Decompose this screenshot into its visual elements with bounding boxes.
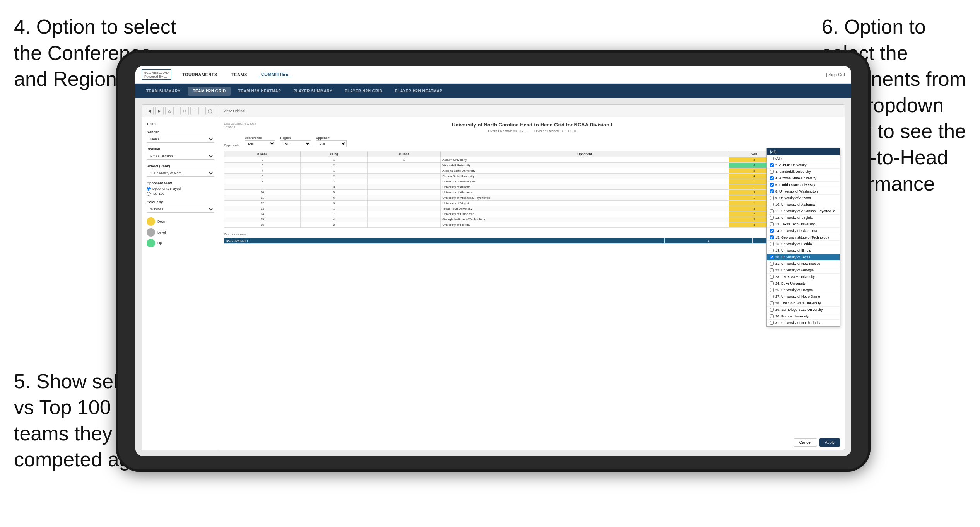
sidebar-gender-label: Gender [147,130,214,134]
nav-signout[interactable]: | Sign Out [826,72,845,77]
table-row: 105University of Alabama30 [224,190,840,195]
legend-down-dot [147,217,155,226]
dropdown-item[interactable]: 30. Purdue University [767,313,840,320]
dropdown-item[interactable]: 24. Duke University [767,280,840,287]
sub-nav-player-summary[interactable]: PLAYER SUMMARY [289,87,337,96]
filter-opponent-select[interactable]: (All) [316,140,347,147]
dropdown-item[interactable]: 11. University of Arkansas, Fayetteville [767,208,840,215]
dropdown-item[interactable]: 2. Auburn University [767,162,840,169]
dropdown-item[interactable]: 3. Vanderbilt University [767,169,840,175]
tablet-screen: 5COREBOARD Powered By ... TOURNAMENTS TE… [135,66,851,456]
dropdown-item[interactable]: 22. University of Georgia [767,267,840,274]
tablet-shell: 5COREBOARD Powered By ... TOURNAMENTS TE… [116,50,871,472]
dropdown-item[interactable]: 21. University of New Mexico [767,261,840,267]
cancel-button[interactable]: Cancel [794,438,817,447]
sidebar-colour-select[interactable]: Win/loss [147,206,214,213]
last-updated: Last Updated: 4/1/2024 16:55:38 [224,122,256,129]
dropdown-item[interactable]: 20. University of Texas [767,254,840,261]
radio-opponents-played[interactable]: Opponents Played [147,187,214,191]
data-table: # Rank # Reg # Conf Opponent Win Loss 21… [224,151,840,228]
dropdown-item[interactable]: 4. Arizona State University [767,175,840,182]
opponents-label: Opponents: [224,143,240,147]
nav-committee[interactable]: COMMITTEE [258,72,292,77]
nav-tournaments[interactable]: TOURNAMENTS [179,72,221,77]
table-row: 93University of Arizona10 [224,184,840,190]
left-sidebar: Team Gender Men's Division NCAA Division… [142,117,219,450]
dropdown-item[interactable]: 6. Florida State University [767,182,840,188]
sidebar-gender-section: Gender Men's [147,130,214,143]
sidebar-school-label: School (Rank) [147,164,214,168]
dropdown-item[interactable]: 10. University of Alabama [767,201,840,208]
sub-nav-player-h2h-grid[interactable]: PLAYER H2H GRID [340,87,387,96]
sidebar-division-section: Division NCAA Division I [147,147,214,160]
dropdown-item[interactable]: 8. University of Washington [767,188,840,195]
table-row: 62Florida State University42 [224,174,840,179]
legend-down: Down [147,217,214,226]
radio-top100[interactable]: Top 100 [147,192,214,196]
radio-group: Opponents Played Top 100 [147,187,214,196]
sidebar-opponent-view-label: Opponent View [147,181,214,185]
filter-region-select[interactable]: (All) [280,140,311,147]
dropdown-item[interactable]: 14. University of Oklahoma [767,228,840,234]
sub-nav-player-h2h-heatmap[interactable]: PLAYER H2H HEATMAP [390,87,447,96]
dropdown-item[interactable]: 28. The Ohio State University [767,300,840,307]
dropdown-item[interactable]: 25. University of Oregon [767,287,840,293]
dropdown-item[interactable]: 31. University of North Florida [767,320,840,326]
dropdown-item[interactable]: 27. University of Notre Dame [767,293,840,300]
toolbar-forward[interactable]: ▶ [155,107,164,115]
legend: Down Level Up [147,217,214,247]
apply-button[interactable]: Apply [819,438,840,447]
table-row: 162University of Florida31 [224,222,840,228]
ncaa-div-label: NCAA Division II [224,238,665,244]
report-title: University of North Carolina Head-to-Hea… [224,122,840,128]
report-main: Last Updated: 4/1/2024 16:55:38 Universi… [219,117,845,450]
col-reg: # Reg [301,151,367,157]
sidebar-school-section: School (Rank) 1. University of Nort... [147,164,214,177]
sidebar-school-select[interactable]: 1. University of Nort... [147,170,214,177]
table-row: 147University of Oklahoma22 [224,211,840,217]
dropdown-item[interactable]: 23. Texas A&M University [767,274,840,280]
sub-navbar: TEAM SUMMARY TEAM H2H GRID TEAM H2H HEAT… [135,84,851,98]
sub-nav-h2h-grid[interactable]: TEAM H2H GRID [188,87,230,96]
legend-level-label: Level [157,230,166,234]
sidebar-division-select[interactable]: NCAA Division I [147,153,214,160]
sub-nav-h2h-heatmap[interactable]: TEAM H2H HEATMAP [234,87,286,96]
col-conf: # Conf [367,151,441,157]
dropdown-item[interactable]: (All) [767,155,840,162]
toolbar-back[interactable]: ◀ [145,107,154,115]
col-rank: # Rank [224,151,301,157]
dropdown-item[interactable]: 15. Georgia Institute of Technology [767,234,840,241]
toolbar-copy[interactable]: □ [180,107,189,115]
table-row: 116University of Arkansas, Fayetteville1… [224,195,840,201]
toolbar-dash[interactable]: — [190,107,199,115]
app-navbar: 5COREBOARD Powered By ... TOURNAMENTS TE… [135,66,851,84]
filter-region-label: Region [280,136,311,140]
nav-teams[interactable]: TEAMS [228,72,250,77]
dropdown-item[interactable]: 12. University of Virginia [767,215,840,221]
sidebar-opponent-view-section: Opponent View Opponents Played Top 100 [147,181,214,196]
dropdown-item[interactable]: 9. University of Arizona [767,195,840,201]
filter-conference-group: Conference (All) [245,136,275,147]
dropdown-item[interactable]: 13. Texas Tech University [767,221,840,228]
dropdown-item[interactable]: 16. University of Florida [767,241,840,247]
report-container: ◀ ▶ △ □ — ◯ View: Original Te [142,104,845,450]
dropdown-item[interactable]: 18. University of Illinois [767,247,840,254]
toolbar-div1 [177,107,177,114]
filter-conference-label: Conference [245,136,275,140]
out-of-division: Out of division NCAA Division II 1 0 [224,232,840,244]
opponent-dropdown-panel: (All) (All)2. Auburn University3. Vander… [766,148,840,327]
dropdown-item[interactable]: 29. San Diego State University [767,307,840,313]
dropdown-items: (All)2. Auburn University3. Vanderbilt U… [767,155,840,326]
toolbar-clock[interactable]: ◯ [205,107,214,115]
sidebar-colour-section: Colour by Win/loss [147,200,214,213]
table-row: 154Georgia Institute of Technology50 [224,217,840,222]
table-row: 211Auburn University21 [224,157,840,163]
legend-down-label: Down [157,220,166,223]
filter-opponent-group: Opponent (All) [316,136,347,147]
report-body: Team Gender Men's Division NCAA Division… [142,117,845,450]
toolbar-refresh[interactable]: △ [165,107,174,115]
filter-conference-select[interactable]: (All) [245,140,275,147]
sidebar-gender-select[interactable]: Men's [147,136,214,143]
table-row: 131Texas Tech University30 [224,206,840,211]
sub-nav-team-summary[interactable]: TEAM SUMMARY [142,87,185,96]
